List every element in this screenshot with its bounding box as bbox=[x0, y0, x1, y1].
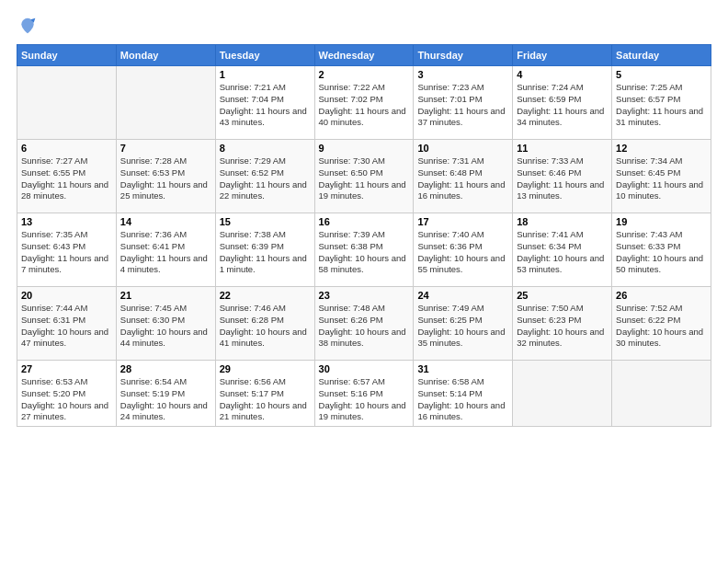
day-info: Sunrise: 7:31 AM Sunset: 6:48 PM Dayligh… bbox=[417, 155, 508, 202]
day-number: 25 bbox=[517, 290, 608, 301]
page-header bbox=[17, 17, 711, 35]
calendar-cell: 29Sunrise: 6:56 AM Sunset: 5:17 PM Dayli… bbox=[215, 361, 314, 427]
day-number: 15 bbox=[220, 216, 311, 227]
day-info: Sunrise: 6:54 AM Sunset: 5:19 PM Dayligh… bbox=[120, 376, 211, 423]
day-number: 22 bbox=[220, 290, 311, 301]
day-number: 30 bbox=[319, 363, 410, 374]
day-number: 11 bbox=[517, 143, 608, 154]
calendar: SundayMondayTuesdayWednesdayThursdayFrid… bbox=[17, 44, 711, 427]
logo-icon bbox=[18, 17, 37, 35]
day-number: 24 bbox=[417, 290, 508, 301]
day-number: 16 bbox=[319, 216, 410, 227]
day-number: 2 bbox=[319, 69, 410, 80]
day-number: 27 bbox=[21, 363, 112, 374]
day-number: 19 bbox=[616, 216, 707, 227]
calendar-cell: 11Sunrise: 7:33 AM Sunset: 6:46 PM Dayli… bbox=[513, 140, 612, 213]
day-info: Sunrise: 7:48 AM Sunset: 6:26 PM Dayligh… bbox=[319, 303, 410, 350]
calendar-cell: 17Sunrise: 7:40 AM Sunset: 6:36 PM Dayli… bbox=[414, 213, 513, 287]
calendar-week-row: 20Sunrise: 7:44 AM Sunset: 6:31 PM Dayli… bbox=[17, 287, 711, 361]
day-info: Sunrise: 7:23 AM Sunset: 7:01 PM Dayligh… bbox=[417, 82, 508, 129]
day-info: Sunrise: 7:50 AM Sunset: 6:23 PM Dayligh… bbox=[517, 303, 608, 350]
calendar-cell: 19Sunrise: 7:43 AM Sunset: 6:33 PM Dayli… bbox=[612, 213, 711, 287]
day-info: Sunrise: 7:28 AM Sunset: 6:53 PM Dayligh… bbox=[120, 155, 211, 202]
day-info: Sunrise: 7:45 AM Sunset: 6:30 PM Dayligh… bbox=[120, 303, 211, 350]
day-info: Sunrise: 6:58 AM Sunset: 5:14 PM Dayligh… bbox=[417, 376, 508, 423]
day-info: Sunrise: 6:56 AM Sunset: 5:17 PM Dayligh… bbox=[220, 376, 311, 423]
calendar-cell: 22Sunrise: 7:46 AM Sunset: 6:28 PM Dayli… bbox=[215, 287, 314, 361]
calendar-cell: 8Sunrise: 7:29 AM Sunset: 6:52 PM Daylig… bbox=[215, 140, 314, 213]
day-info: Sunrise: 7:24 AM Sunset: 6:59 PM Dayligh… bbox=[517, 82, 608, 129]
calendar-cell: 18Sunrise: 7:41 AM Sunset: 6:34 PM Dayli… bbox=[513, 213, 612, 287]
day-info: Sunrise: 7:25 AM Sunset: 6:57 PM Dayligh… bbox=[616, 82, 707, 129]
calendar-cell bbox=[17, 66, 117, 140]
day-info: Sunrise: 7:38 AM Sunset: 6:39 PM Dayligh… bbox=[220, 229, 311, 276]
day-number: 3 bbox=[417, 69, 508, 80]
calendar-cell: 13Sunrise: 7:35 AM Sunset: 6:43 PM Dayli… bbox=[17, 213, 117, 287]
calendar-cell: 31Sunrise: 6:58 AM Sunset: 5:14 PM Dayli… bbox=[414, 361, 513, 427]
calendar-cell: 30Sunrise: 6:57 AM Sunset: 5:16 PM Dayli… bbox=[314, 361, 414, 427]
weekday-header: Sunday bbox=[17, 45, 117, 66]
weekday-header: Friday bbox=[513, 45, 612, 66]
day-number: 1 bbox=[220, 69, 311, 80]
day-info: Sunrise: 7:52 AM Sunset: 6:22 PM Dayligh… bbox=[616, 303, 707, 350]
day-info: Sunrise: 7:44 AM Sunset: 6:31 PM Dayligh… bbox=[21, 303, 112, 350]
calendar-cell: 3Sunrise: 7:23 AM Sunset: 7:01 PM Daylig… bbox=[414, 66, 513, 140]
calendar-week-row: 1Sunrise: 7:21 AM Sunset: 7:04 PM Daylig… bbox=[17, 66, 711, 140]
calendar-cell: 24Sunrise: 7:49 AM Sunset: 6:25 PM Dayli… bbox=[414, 287, 513, 361]
day-number: 20 bbox=[21, 290, 112, 301]
day-info: Sunrise: 6:53 AM Sunset: 5:20 PM Dayligh… bbox=[21, 376, 112, 423]
calendar-cell: 7Sunrise: 7:28 AM Sunset: 6:53 PM Daylig… bbox=[116, 140, 215, 213]
day-info: Sunrise: 7:21 AM Sunset: 7:04 PM Dayligh… bbox=[220, 82, 311, 129]
weekday-header: Thursday bbox=[414, 45, 513, 66]
day-info: Sunrise: 7:39 AM Sunset: 6:38 PM Dayligh… bbox=[319, 229, 410, 276]
day-number: 31 bbox=[417, 363, 508, 374]
day-number: 29 bbox=[220, 363, 311, 374]
calendar-cell: 28Sunrise: 6:54 AM Sunset: 5:19 PM Dayli… bbox=[116, 361, 215, 427]
logo bbox=[17, 17, 37, 35]
day-info: Sunrise: 7:29 AM Sunset: 6:52 PM Dayligh… bbox=[220, 155, 311, 202]
calendar-week-row: 13Sunrise: 7:35 AM Sunset: 6:43 PM Dayli… bbox=[17, 213, 711, 287]
calendar-cell: 10Sunrise: 7:31 AM Sunset: 6:48 PM Dayli… bbox=[414, 140, 513, 213]
weekday-header: Tuesday bbox=[215, 45, 314, 66]
day-number: 26 bbox=[616, 290, 707, 301]
day-info: Sunrise: 7:41 AM Sunset: 6:34 PM Dayligh… bbox=[517, 229, 608, 276]
weekday-header: Saturday bbox=[612, 45, 711, 66]
calendar-cell: 23Sunrise: 7:48 AM Sunset: 6:26 PM Dayli… bbox=[314, 287, 414, 361]
calendar-cell: 6Sunrise: 7:27 AM Sunset: 6:55 PM Daylig… bbox=[17, 140, 117, 213]
day-info: Sunrise: 7:34 AM Sunset: 6:45 PM Dayligh… bbox=[616, 155, 707, 202]
calendar-cell bbox=[116, 66, 215, 140]
calendar-cell: 16Sunrise: 7:39 AM Sunset: 6:38 PM Dayli… bbox=[314, 213, 414, 287]
calendar-cell: 12Sunrise: 7:34 AM Sunset: 6:45 PM Dayli… bbox=[612, 140, 711, 213]
day-info: Sunrise: 7:40 AM Sunset: 6:36 PM Dayligh… bbox=[417, 229, 508, 276]
day-number: 9 bbox=[319, 143, 410, 154]
day-info: Sunrise: 7:49 AM Sunset: 6:25 PM Dayligh… bbox=[417, 303, 508, 350]
day-number: 17 bbox=[417, 216, 508, 227]
day-number: 7 bbox=[120, 143, 211, 154]
calendar-cell: 26Sunrise: 7:52 AM Sunset: 6:22 PM Dayli… bbox=[612, 287, 711, 361]
day-info: Sunrise: 7:33 AM Sunset: 6:46 PM Dayligh… bbox=[517, 155, 608, 202]
calendar-cell: 27Sunrise: 6:53 AM Sunset: 5:20 PM Dayli… bbox=[17, 361, 117, 427]
calendar-week-row: 27Sunrise: 6:53 AM Sunset: 5:20 PM Dayli… bbox=[17, 361, 711, 427]
day-number: 14 bbox=[120, 216, 211, 227]
day-info: Sunrise: 7:36 AM Sunset: 6:41 PM Dayligh… bbox=[120, 229, 211, 276]
day-info: Sunrise: 6:57 AM Sunset: 5:16 PM Dayligh… bbox=[319, 376, 410, 423]
day-number: 23 bbox=[319, 290, 410, 301]
day-info: Sunrise: 7:30 AM Sunset: 6:50 PM Dayligh… bbox=[319, 155, 410, 202]
calendar-cell: 15Sunrise: 7:38 AM Sunset: 6:39 PM Dayli… bbox=[215, 213, 314, 287]
calendar-cell: 2Sunrise: 7:22 AM Sunset: 7:02 PM Daylig… bbox=[314, 66, 414, 140]
calendar-cell: 4Sunrise: 7:24 AM Sunset: 6:59 PM Daylig… bbox=[513, 66, 612, 140]
day-number: 12 bbox=[616, 143, 707, 154]
weekday-header: Wednesday bbox=[314, 45, 414, 66]
day-number: 10 bbox=[417, 143, 508, 154]
day-number: 4 bbox=[517, 69, 608, 80]
day-info: Sunrise: 7:22 AM Sunset: 7:02 PM Dayligh… bbox=[319, 82, 410, 129]
calendar-cell: 14Sunrise: 7:36 AM Sunset: 6:41 PM Dayli… bbox=[116, 213, 215, 287]
day-number: 13 bbox=[21, 216, 112, 227]
day-info: Sunrise: 7:27 AM Sunset: 6:55 PM Dayligh… bbox=[21, 155, 112, 202]
calendar-cell: 1Sunrise: 7:21 AM Sunset: 7:04 PM Daylig… bbox=[215, 66, 314, 140]
calendar-cell: 20Sunrise: 7:44 AM Sunset: 6:31 PM Dayli… bbox=[17, 287, 117, 361]
day-number: 28 bbox=[120, 363, 211, 374]
day-number: 21 bbox=[120, 290, 211, 301]
day-info: Sunrise: 7:43 AM Sunset: 6:33 PM Dayligh… bbox=[616, 229, 707, 276]
day-number: 6 bbox=[21, 143, 112, 154]
